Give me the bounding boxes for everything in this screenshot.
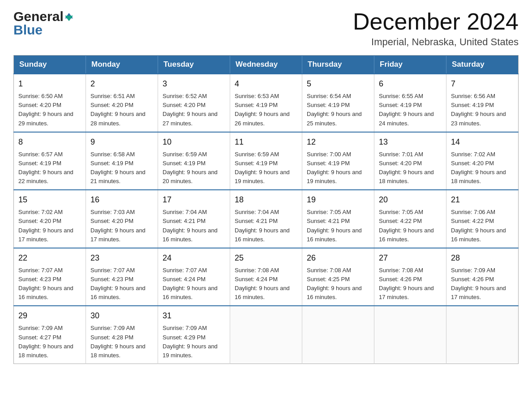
calendar-cell: 9Sunrise: 6:58 AMSunset: 4:19 PMDaylight… (86, 132, 158, 190)
calendar-cell: 17Sunrise: 7:04 AMSunset: 4:21 PMDayligh… (158, 190, 230, 248)
calendar-cell: 31Sunrise: 7:09 AMSunset: 4:29 PMDayligh… (158, 306, 230, 364)
day-info: Sunrise: 6:59 AMSunset: 4:19 PMDaylight:… (163, 150, 225, 186)
col-header-tuesday: Tuesday (158, 56, 230, 74)
calendar-cell: 18Sunrise: 7:04 AMSunset: 4:21 PMDayligh… (230, 190, 302, 248)
day-number: 27 (379, 252, 442, 264)
day-info: Sunrise: 6:54 AMSunset: 4:19 PMDaylight:… (307, 92, 369, 128)
calendar-week-row: 29Sunrise: 7:09 AMSunset: 4:27 PMDayligh… (14, 306, 519, 364)
calendar-cell: 23Sunrise: 7:07 AMSunset: 4:23 PMDayligh… (86, 248, 158, 306)
calendar-cell: 3Sunrise: 6:52 AMSunset: 4:20 PMDaylight… (158, 74, 230, 132)
day-info: Sunrise: 6:57 AMSunset: 4:19 PMDaylight:… (18, 150, 81, 186)
month-title: December 2024 (353, 9, 519, 34)
day-number: 7 (451, 78, 514, 90)
calendar-cell: 11Sunrise: 6:59 AMSunset: 4:19 PMDayligh… (230, 132, 302, 190)
col-header-monday: Monday (86, 56, 158, 74)
calendar-cell: 15Sunrise: 7:02 AMSunset: 4:20 PMDayligh… (14, 190, 86, 248)
day-number: 15 (18, 194, 81, 206)
day-number: 26 (307, 252, 369, 264)
day-info: Sunrise: 6:59 AMSunset: 4:19 PMDaylight:… (235, 150, 297, 186)
day-number: 29 (18, 310, 81, 322)
col-header-sunday: Sunday (14, 56, 86, 74)
calendar-cell: 7Sunrise: 6:56 AMSunset: 4:19 PMDaylight… (446, 74, 519, 132)
day-info: Sunrise: 6:53 AMSunset: 4:19 PMDaylight:… (235, 92, 297, 128)
day-number: 17 (163, 194, 225, 206)
day-number: 12 (307, 136, 369, 148)
logo-blue-text: Blue (13, 22, 43, 38)
day-info: Sunrise: 7:06 AMSunset: 4:22 PMDaylight:… (451, 208, 514, 244)
calendar-week-row: 1Sunrise: 6:50 AMSunset: 4:20 PMDaylight… (14, 74, 519, 132)
day-number: 2 (90, 78, 153, 90)
col-header-thursday: Thursday (302, 56, 374, 74)
calendar-table: SundayMondayTuesdayWednesdayThursdayFrid… (13, 55, 519, 364)
day-info: Sunrise: 7:02 AMSunset: 4:20 PMDaylight:… (451, 150, 514, 186)
day-info: Sunrise: 7:07 AMSunset: 4:23 PMDaylight:… (18, 266, 81, 302)
day-info: Sunrise: 6:58 AMSunset: 4:19 PMDaylight:… (90, 150, 153, 186)
day-info: Sunrise: 7:04 AMSunset: 4:21 PMDaylight:… (235, 208, 297, 244)
calendar-week-row: 15Sunrise: 7:02 AMSunset: 4:20 PMDayligh… (14, 190, 519, 248)
logo: General Blue (13, 9, 73, 38)
day-info: Sunrise: 6:55 AMSunset: 4:19 PMDaylight:… (379, 92, 442, 128)
day-number: 11 (235, 136, 297, 148)
calendar-cell: 10Sunrise: 6:59 AMSunset: 4:19 PMDayligh… (158, 132, 230, 190)
day-number: 25 (235, 252, 297, 264)
day-number: 1 (18, 78, 81, 90)
calendar-cell (302, 306, 374, 364)
logo-chevron-icon (65, 13, 73, 21)
day-number: 13 (379, 136, 442, 148)
day-info: Sunrise: 7:08 AMSunset: 4:25 PMDaylight:… (307, 266, 369, 302)
day-number: 16 (90, 194, 153, 206)
day-number: 23 (90, 252, 153, 264)
calendar-cell: 30Sunrise: 7:09 AMSunset: 4:28 PMDayligh… (86, 306, 158, 364)
calendar-cell: 5Sunrise: 6:54 AMSunset: 4:19 PMDaylight… (302, 74, 374, 132)
calendar-cell: 26Sunrise: 7:08 AMSunset: 4:25 PMDayligh… (302, 248, 374, 306)
day-number: 30 (90, 310, 153, 322)
calendar-cell: 21Sunrise: 7:06 AMSunset: 4:22 PMDayligh… (446, 190, 519, 248)
day-info: Sunrise: 7:08 AMSunset: 4:24 PMDaylight:… (235, 266, 297, 302)
calendar-week-row: 8Sunrise: 6:57 AMSunset: 4:19 PMDaylight… (14, 132, 519, 190)
calendar-cell: 1Sunrise: 6:50 AMSunset: 4:20 PMDaylight… (14, 74, 86, 132)
day-number: 22 (18, 252, 81, 264)
calendar-cell (230, 306, 302, 364)
day-info: Sunrise: 7:09 AMSunset: 4:28 PMDaylight:… (90, 324, 153, 360)
day-number: 24 (163, 252, 225, 264)
day-number: 21 (451, 194, 514, 206)
day-number: 19 (307, 194, 369, 206)
col-header-wednesday: Wednesday (230, 56, 302, 74)
logo-general-text: General (13, 9, 64, 24)
calendar-cell: 27Sunrise: 7:08 AMSunset: 4:26 PMDayligh… (374, 248, 446, 306)
calendar-cell: 6Sunrise: 6:55 AMSunset: 4:19 PMDaylight… (374, 74, 446, 132)
day-info: Sunrise: 7:04 AMSunset: 4:21 PMDaylight:… (163, 208, 225, 244)
day-number: 6 (379, 78, 442, 90)
day-number: 3 (163, 78, 225, 90)
calendar-cell: 13Sunrise: 7:01 AMSunset: 4:20 PMDayligh… (374, 132, 446, 190)
day-number: 31 (163, 310, 225, 322)
day-number: 18 (235, 194, 297, 206)
day-number: 5 (307, 78, 369, 90)
day-info: Sunrise: 7:09 AMSunset: 4:29 PMDaylight:… (163, 324, 225, 360)
day-number: 4 (235, 78, 297, 90)
day-info: Sunrise: 7:00 AMSunset: 4:19 PMDaylight:… (307, 150, 369, 186)
col-header-friday: Friday (374, 56, 446, 74)
day-number: 20 (379, 194, 442, 206)
calendar-cell: 19Sunrise: 7:05 AMSunset: 4:21 PMDayligh… (302, 190, 374, 248)
col-header-saturday: Saturday (446, 56, 519, 74)
calendar-cell: 2Sunrise: 6:51 AMSunset: 4:20 PMDaylight… (86, 74, 158, 132)
day-number: 28 (451, 252, 514, 264)
day-info: Sunrise: 7:07 AMSunset: 4:24 PMDaylight:… (163, 266, 225, 302)
calendar-cell: 25Sunrise: 7:08 AMSunset: 4:24 PMDayligh… (230, 248, 302, 306)
calendar-cell (446, 306, 519, 364)
day-number: 14 (451, 136, 514, 148)
location-subtitle: Imperial, Nebraska, United States (353, 36, 519, 48)
calendar-cell: 24Sunrise: 7:07 AMSunset: 4:24 PMDayligh… (158, 248, 230, 306)
calendar-cell: 12Sunrise: 7:00 AMSunset: 4:19 PMDayligh… (302, 132, 374, 190)
day-info: Sunrise: 6:50 AMSunset: 4:20 PMDaylight:… (18, 92, 81, 128)
calendar-cell: 22Sunrise: 7:07 AMSunset: 4:23 PMDayligh… (14, 248, 86, 306)
day-info: Sunrise: 7:05 AMSunset: 4:22 PMDaylight:… (379, 208, 442, 244)
day-info: Sunrise: 7:07 AMSunset: 4:23 PMDaylight:… (90, 266, 153, 302)
title-area: December 2024 Imperial, Nebraska, United… (353, 9, 519, 48)
day-info: Sunrise: 7:08 AMSunset: 4:26 PMDaylight:… (379, 266, 442, 302)
calendar-cell (374, 306, 446, 364)
calendar-cell: 28Sunrise: 7:09 AMSunset: 4:26 PMDayligh… (446, 248, 519, 306)
day-info: Sunrise: 6:51 AMSunset: 4:20 PMDaylight:… (90, 92, 153, 128)
calendar-header-row: SundayMondayTuesdayWednesdayThursdayFrid… (14, 56, 519, 74)
